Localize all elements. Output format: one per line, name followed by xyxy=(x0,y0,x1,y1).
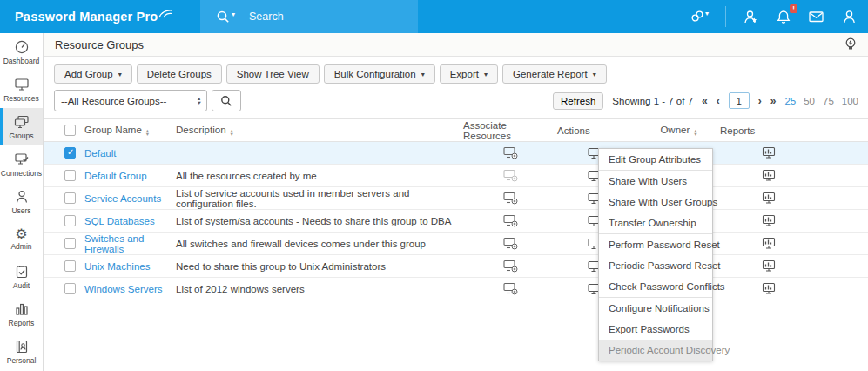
link-caret-icon[interactable]: ▾ xyxy=(705,10,709,17)
menu-item-periodic-account-discovery[interactable]: Periodic Account Discovery xyxy=(599,340,712,361)
associate-resources-icon[interactable] xyxy=(463,146,557,159)
password-link-icon[interactable]: ▾ xyxy=(690,9,709,24)
filter-row: --All Resource Groups-- ▴▾ Refresh Showi… xyxy=(54,90,858,111)
sidebar-item-label: Resources xyxy=(3,94,39,103)
main-content: Resource Groups Add Group▾ Delete Groups… xyxy=(44,33,868,371)
menu-item-edit-group-attributes[interactable]: Edit Group Attributes xyxy=(599,149,712,171)
menu-item-export-passwords[interactable]: Export Passwords xyxy=(599,319,712,340)
global-search[interactable]: ▾ Search xyxy=(200,0,418,33)
col-actions: Actions xyxy=(557,119,637,142)
actions-context-menu: Edit Group Attributes Share With Users S… xyxy=(598,148,713,361)
group-filter-select[interactable]: --All Resource Groups-- ▴▾ xyxy=(54,90,207,111)
sidebar-item-resources[interactable]: Resources xyxy=(0,71,43,108)
export-button[interactable]: Export▾ xyxy=(440,64,498,84)
group-monitors-icon xyxy=(14,114,30,130)
menu-item-check-password-conflicts[interactable]: Check Password Conflicts xyxy=(599,276,712,298)
associate-resources-icon[interactable] xyxy=(463,214,557,227)
menu-item-perform-password-reset[interactable]: Perform Password Reset xyxy=(599,234,712,255)
associate-resources-icon[interactable] xyxy=(463,282,557,295)
group-name-link[interactable]: Unix Machines xyxy=(84,261,150,272)
search-placeholder[interactable]: Search xyxy=(249,10,284,23)
associate-resources-icon[interactable] xyxy=(463,260,557,273)
sidebar-item-admin[interactable]: ⚙ Admin xyxy=(0,220,43,258)
menu-item-transfer-ownership[interactable]: Transfer Ownership xyxy=(599,212,712,234)
app-logo: Password Manager Pro xyxy=(15,0,174,33)
col-group-name[interactable]: Group Name▴▾ xyxy=(84,119,176,142)
row-checkbox[interactable] xyxy=(64,260,76,272)
user-star-icon[interactable] xyxy=(743,9,759,25)
search-type-caret-icon[interactable]: ▾ xyxy=(232,10,235,18)
notifications-bell-icon[interactable]: ! xyxy=(776,9,791,25)
row-checkbox[interactable] xyxy=(64,192,76,204)
clipboard-check-icon xyxy=(14,264,30,280)
current-page-input[interactable]: 1 xyxy=(729,92,750,109)
group-name-link[interactable]: SQL Databases xyxy=(84,216,155,226)
sidebar-item-groups[interactable]: Groups xyxy=(0,108,43,145)
row-checkbox[interactable] xyxy=(64,238,76,249)
delete-groups-button[interactable]: Delete Groups xyxy=(137,64,222,84)
col-associate-resources: Associate Resources xyxy=(463,119,557,142)
bulk-configuration-button[interactable]: Bulk Configuration▾ xyxy=(324,64,435,84)
table-row: Windows Servers List of 2012 windows ser… xyxy=(44,278,868,300)
help-lightbulb-icon[interactable] xyxy=(844,37,858,52)
group-description: List of service accounts used in member … xyxy=(176,188,409,209)
page-size-25[interactable]: 25 xyxy=(784,96,796,106)
sort-icon[interactable]: ▴▾ xyxy=(694,129,696,137)
caret-down-icon: ▾ xyxy=(421,71,425,78)
group-name-link[interactable]: Windows Servers xyxy=(84,284,162,294)
last-page-icon[interactable]: » xyxy=(770,95,777,107)
first-page-icon[interactable]: « xyxy=(702,95,708,107)
page-size-options: 25 50 75 100 xyxy=(784,96,858,106)
add-group-button[interactable]: Add Group▾ xyxy=(54,64,132,84)
row-checkbox[interactable] xyxy=(64,170,76,181)
row-checkbox[interactable] xyxy=(64,147,76,159)
gear-icon: ⚙ xyxy=(15,227,27,240)
row-checkbox[interactable] xyxy=(64,283,76,294)
associate-resources-icon[interactable] xyxy=(463,192,557,205)
associate-resources-icon[interactable] xyxy=(463,237,557,250)
menu-item-periodic-password-reset[interactable]: Periodic Password Reset xyxy=(599,255,712,276)
sidebar-item-users[interactable]: Users xyxy=(0,183,43,220)
mail-icon[interactable] xyxy=(808,10,824,24)
menu-item-share-with-users[interactable]: Share With Users xyxy=(599,171,712,192)
showing-text: Showing 1 - 7 of 7 xyxy=(612,96,693,106)
prev-page-icon[interactable]: ‹ xyxy=(717,95,720,107)
group-name-link[interactable]: Default Group xyxy=(84,171,147,181)
logo-swoosh-icon xyxy=(158,6,174,19)
select-all-checkbox[interactable] xyxy=(64,125,76,136)
group-description: All switches and firewall devices comes … xyxy=(176,239,426,249)
table-row: SQL Databases List of system/sa accounts… xyxy=(44,210,868,233)
sidebar-item-label: Audit xyxy=(13,281,30,290)
sidebar-item-audit[interactable]: Audit xyxy=(0,258,43,295)
menu-item-share-with-user-groups[interactable]: Share With User Groups xyxy=(599,192,712,212)
page-size-50[interactable]: 50 xyxy=(804,96,815,106)
group-name-link[interactable]: Default xyxy=(84,148,116,159)
show-tree-view-button[interactable]: Show Tree View xyxy=(226,64,320,84)
refresh-button[interactable]: Refresh xyxy=(553,92,603,110)
sidebar-item-dashboard[interactable]: Dashboard xyxy=(0,33,43,71)
sidebar-item-label: Connections xyxy=(1,169,42,178)
group-search-button[interactable] xyxy=(212,90,241,111)
sort-icon[interactable]: ▴▾ xyxy=(231,129,233,137)
associate-resources-icon[interactable] xyxy=(463,169,557,182)
sidebar-item-reports[interactable]: Reports xyxy=(0,295,43,333)
sidebar-item-personal[interactable]: Personal xyxy=(0,333,43,370)
notification-badge: ! xyxy=(790,4,797,13)
page-size-100[interactable]: 100 xyxy=(842,96,858,106)
magnifier-icon xyxy=(220,95,232,107)
group-name-link[interactable]: Service Accounts xyxy=(84,193,161,204)
menu-item-configure-notifications[interactable]: Configure Notifications xyxy=(599,298,712,319)
sidebar-item-label: Users xyxy=(11,206,30,215)
col-description[interactable]: Description▴▾ xyxy=(176,119,463,142)
search-icon[interactable]: ▾ xyxy=(216,10,235,24)
user-profile-icon[interactable] xyxy=(841,9,858,25)
page-size-75[interactable]: 75 xyxy=(823,96,834,106)
sidebar-item-connections[interactable]: Connections xyxy=(0,145,43,183)
row-checkbox[interactable] xyxy=(64,215,76,226)
sort-icon[interactable]: ▴▾ xyxy=(146,129,149,137)
col-owner[interactable]: Owner▴▾ xyxy=(637,119,720,142)
group-name-link[interactable]: Switches and Firewalls xyxy=(84,233,144,254)
generate-report-button[interactable]: Generate Report▾ xyxy=(502,64,607,84)
col-reports: Reports xyxy=(720,119,868,142)
next-page-icon[interactable]: › xyxy=(758,95,762,107)
